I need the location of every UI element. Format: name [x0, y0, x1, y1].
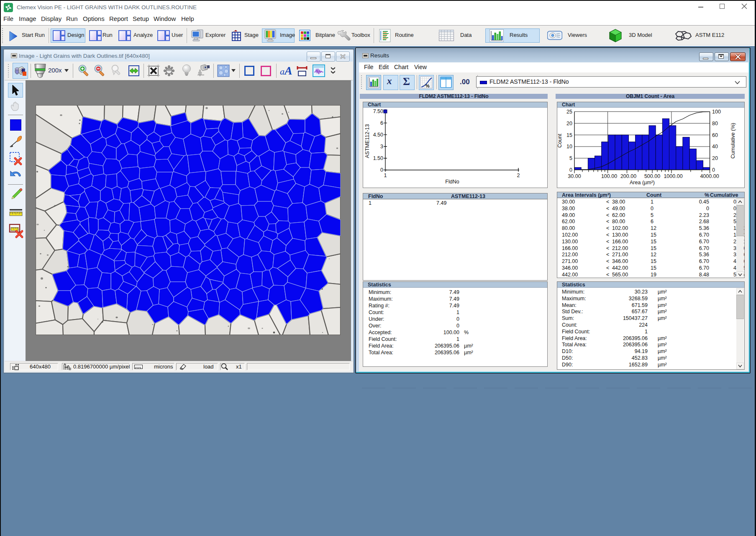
svg-text:30.00: 30.00 — [568, 173, 581, 179]
svg-text:10: 10 — [566, 144, 572, 149]
svg-text:1000.00: 1000.00 — [664, 173, 682, 179]
svg-text:6: 6 — [380, 120, 383, 126]
svg-text:0: 0 — [569, 167, 572, 173]
svg-text:40: 40 — [712, 144, 718, 149]
svg-text:25: 25 — [566, 109, 572, 115]
svg-text:3: 3 — [380, 144, 383, 149]
svg-text:FldNo: FldNo — [445, 179, 459, 185]
svg-text:15: 15 — [566, 132, 572, 138]
svg-text:5: 5 — [569, 155, 572, 161]
svg-text:ASTME112-13: ASTME112-13 — [364, 124, 370, 158]
svg-text:20: 20 — [712, 155, 718, 161]
svg-text:80: 80 — [712, 121, 718, 126]
svg-text:1: 1 — [384, 173, 387, 178]
svg-text:200.00: 200.00 — [620, 173, 636, 179]
svg-text:100: 100 — [712, 109, 721, 115]
svg-text:1.50: 1.50 — [373, 155, 383, 161]
svg-text:Count: Count — [557, 134, 563, 148]
svg-text:7.50: 7.50 — [373, 108, 383, 114]
svg-text:Cumulative (%): Cumulative (%) — [730, 123, 736, 158]
svg-text:0: 0 — [712, 167, 715, 173]
svg-text:4000.00: 4000.00 — [700, 173, 719, 179]
svg-text:20: 20 — [566, 121, 572, 126]
svg-text:Area (µm²): Area (µm²) — [630, 180, 655, 186]
svg-text:%: % — [425, 83, 430, 88]
svg-text:0: 0 — [380, 167, 383, 173]
svg-text:4.50: 4.50 — [373, 132, 383, 138]
svg-text:500.00: 500.00 — [644, 173, 660, 179]
svg-text:60: 60 — [712, 132, 718, 138]
svg-text:100.00: 100.00 — [601, 173, 617, 179]
svg-text:2: 2 — [517, 173, 520, 178]
